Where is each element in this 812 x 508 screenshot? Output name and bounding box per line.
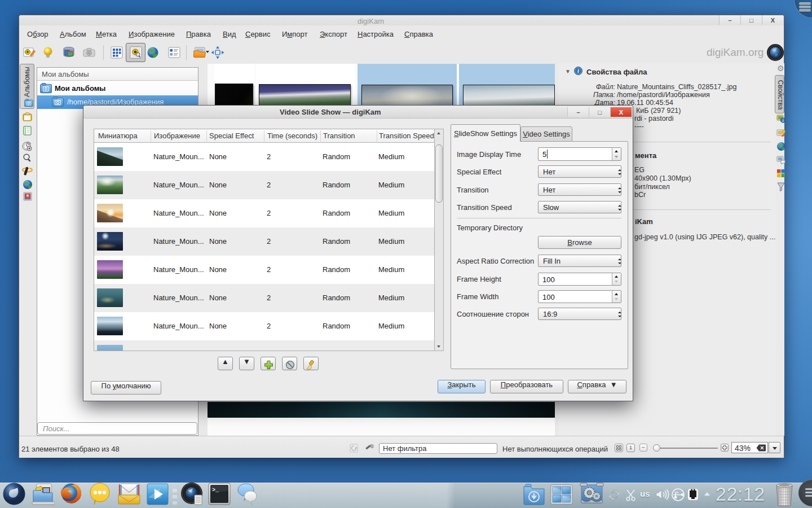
svg-text:>_: >_ <box>212 487 219 493</box>
svg-text:i: i <box>577 68 579 74</box>
